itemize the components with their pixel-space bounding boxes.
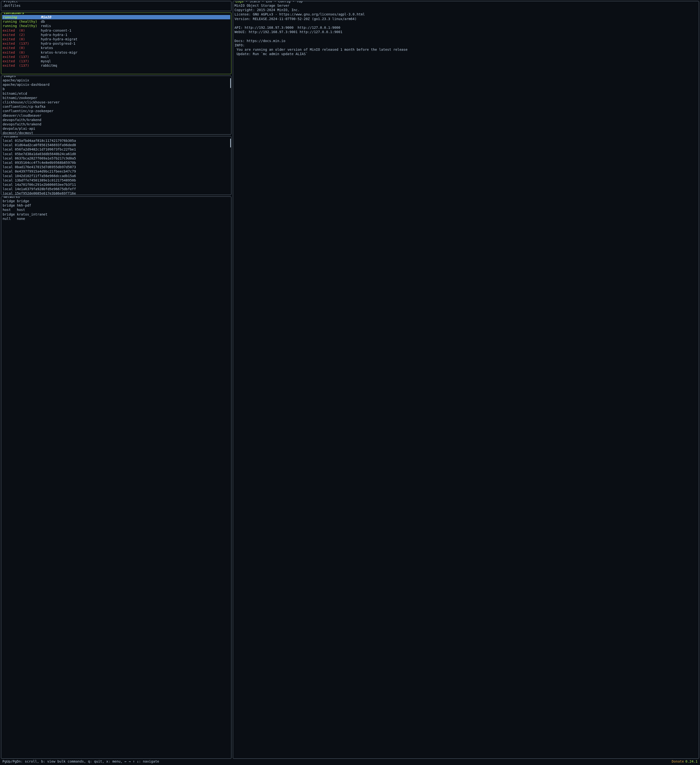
images-panel: Images apache/apisixapache/apisix-dashbo… <box>1 76 231 135</box>
image-row[interactable]: dbeaver/cloudbeaver <box>2 113 230 118</box>
container-status: exited (0) <box>3 37 41 41</box>
container-status: exited (137) <box>3 41 41 46</box>
containers-panel: Containers running MinIOrunning (healthy… <box>1 13 231 74</box>
image-row[interactable]: devopsfaith/krakend <box>2 118 230 122</box>
container-name: kratos <box>41 46 53 50</box>
volume-row[interactable]: local 15ef952de0685e617e3b86e69ff16e <box>2 191 230 195</box>
image-row[interactable]: confluentinc/cp-zookeeper <box>2 109 230 113</box>
volumes-list: local 015afbd4aaf818c1174217976b305aloca… <box>2 139 230 195</box>
tab-logs[interactable]: Logs <box>236 1 244 3</box>
image-row[interactable]: devopsfaith/krakend <box>2 122 230 126</box>
container-name: MinIO <box>41 15 51 19</box>
tab-separator: - <box>272 1 278 3</box>
volume-row[interactable]: local 015afbd4aaf818c1174217976b305a <box>2 139 230 143</box>
image-row[interactable]: bitnami/zookeeper <box>2 96 230 100</box>
volume-row[interactable]: local 05be7d38a1da03ddb5640b24ca61d0 <box>2 152 230 156</box>
container-row[interactable]: exited (0)hydra-hydra-migrat <box>2 37 230 41</box>
container-row[interactable]: exited (2)hydra-hydra-1 <box>2 33 230 37</box>
container-status: exited (137) <box>3 63 41 68</box>
container-name: hydra-hydra-migrat <box>41 37 77 41</box>
image-row[interactable]: b <box>2 87 230 91</box>
tab-separator: - <box>260 1 266 3</box>
volume-row[interactable]: local 14a701f06c291e2b606053ee7b3f11 <box>2 183 230 187</box>
network-row[interactable]: bridge bridge <box>2 199 230 203</box>
container-name: mysql <box>41 59 51 63</box>
container-name: db <box>41 19 45 24</box>
container-row[interactable]: exited (137)rabbitmq <box>2 63 230 68</box>
footer: PgUp/PgDn: scroll, b: view bulk commands… <box>1 759 699 764</box>
volume-row[interactable]: local 13bdffe74501389e1c01217548950b <box>2 178 230 183</box>
network-row[interactable]: bridge hkh-pdf <box>2 203 230 208</box>
image-row[interactable]: clickhouse/clickhouse-server <box>2 100 230 104</box>
version-label: 0.24.1 <box>685 759 698 763</box>
network-row[interactable]: null none <box>2 217 230 221</box>
volume-row[interactable]: local 056fa2d9482c1d7109673fbc22fbe1 <box>2 147 230 151</box>
volume-row[interactable]: local 1042d102f11f7a56e966dccadb15a6 <box>2 174 230 178</box>
donate-link[interactable]: Donate <box>672 759 684 763</box>
image-row[interactable]: apache/apisix-dashboard <box>2 82 230 87</box>
container-status: exited (0) <box>3 28 41 33</box>
container-status: exited (0) <box>3 46 41 50</box>
container-row[interactable]: running (healthy)redis <box>2 24 230 28</box>
image-row[interactable]: docmost/docmost <box>2 131 230 135</box>
container-status: running (healthy) <box>3 24 41 28</box>
container-row[interactable]: exited (137)mysql <box>2 59 230 63</box>
logs-tabs: Logs - Stats - Env - Config - Top <box>235 1 303 3</box>
container-row[interactable]: running (healthy)db <box>2 19 230 24</box>
volume-row[interactable]: local 0935164cc4f7c4e8e0b9568b85970b <box>2 161 230 165</box>
tab-stats[interactable]: Stats <box>250 1 260 3</box>
volume-row[interactable]: local 01d64ad2ca0f8561546693fa96ded8 <box>2 143 230 147</box>
images-list: apache/apisixapache/apisix-dashboardbbit… <box>2 78 230 135</box>
network-row[interactable]: host host <box>2 208 230 212</box>
container-status: running (healthy) <box>3 19 41 24</box>
container-status: exited (137) <box>3 59 41 63</box>
container-name: hydra-postgresd-1 <box>41 41 76 46</box>
volume-row[interactable]: local 0bad176e417015d7d6955db97d5873 <box>2 165 230 169</box>
containers-title: Containers <box>3 13 24 15</box>
network-row[interactable]: bridge kratos_intranet <box>2 212 230 217</box>
container-row[interactable]: exited (0)hydra-consent-1 <box>2 28 230 33</box>
container-status: exited (0) <box>3 50 41 55</box>
project-title: Project <box>3 1 18 3</box>
networks-list: bridge bridgebridge hkh-pdfhost hostbrid… <box>2 199 230 221</box>
container-row[interactable]: exited (0)kratos-kratos-migr <box>2 50 230 55</box>
logs-panel: Logs - Stats - Env - Config - Top MinIO … <box>233 1 699 759</box>
networks-panel: Networks bridge bridgebridge hkh-pdfhost… <box>1 197 231 759</box>
container-name: rabbitmq <box>41 63 57 68</box>
container-name: hydra-hydra-1 <box>41 33 68 37</box>
container-row[interactable]: exited (0)kratos <box>2 46 230 50</box>
tab-env[interactable]: Env <box>266 1 272 3</box>
containers-list: running MinIOrunning (healthy)dbrunning … <box>2 15 230 68</box>
volume-row[interactable]: local 0e4397f9915a4d9bc21fbeecb47c79 <box>2 169 230 173</box>
tab-top[interactable]: Top <box>297 1 303 3</box>
container-row[interactable]: exited (137)mail <box>2 55 230 59</box>
image-row[interactable]: bitnami/etcd <box>2 91 230 96</box>
container-status: exited (137) <box>3 55 41 59</box>
container-row[interactable]: running MinIO <box>2 15 230 19</box>
container-name: mail <box>41 55 49 59</box>
container-status: running <box>3 15 41 19</box>
image-row[interactable]: devpala/plai-api <box>2 126 230 131</box>
volume-row[interactable]: local 14e1a6379fa928bfd5e96675dbfeff <box>2 187 230 191</box>
volumes-panel: Volumes local 015afbd4aaf818c1174217976b… <box>1 136 231 195</box>
tab-separator: - <box>290 1 296 3</box>
logs-content[interactable]: MinIO Object Storage Server Copyright: 2… <box>234 3 698 56</box>
project-name[interactable]: .dotfiles <box>2 3 230 8</box>
images-title: Images <box>3 76 16 78</box>
tab-config[interactable]: Config <box>278 1 291 3</box>
image-row[interactable]: confluentinc/cp-kafka <box>2 104 230 109</box>
volumes-scrollbar[interactable] <box>230 139 231 147</box>
container-name: redis <box>41 24 51 28</box>
image-row[interactable]: apache/apisix <box>2 78 230 82</box>
volumes-title: Volumes <box>3 136 18 139</box>
volume-row[interactable]: local 0637bca2827f669a1e57b217c9d0a5 <box>2 156 230 161</box>
images-scrollbar[interactable] <box>230 78 231 88</box>
networks-title: Networks <box>3 197 20 199</box>
container-name: kratos-kratos-migr <box>41 50 77 55</box>
container-name: hydra-consent-1 <box>41 28 71 33</box>
container-row[interactable]: exited (137)hydra-postgresd-1 <box>2 41 230 46</box>
tab-separator: - <box>244 1 250 3</box>
footer-help: PgUp/PgDn: scroll, b: view bulk commands… <box>2 759 159 763</box>
project-panel: Project .dotfiles <box>1 1 231 11</box>
container-status: exited (2) <box>3 33 41 37</box>
